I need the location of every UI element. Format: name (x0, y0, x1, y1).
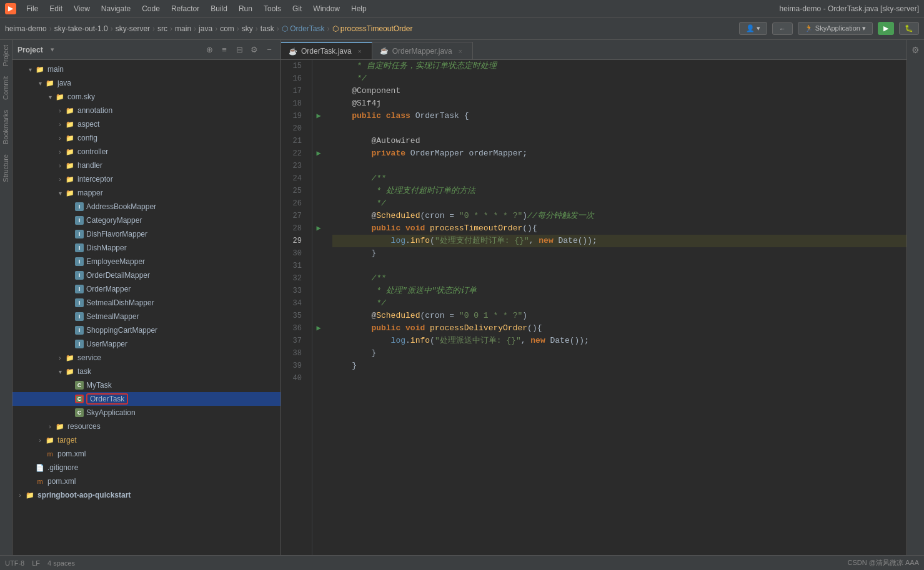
run-btn[interactable]: ▶ (878, 22, 894, 35)
menu-navigate[interactable]: Navigate (96, 2, 136, 15)
breadcrumb-item-7[interactable]: sky (242, 24, 253, 33)
breadcrumb-item-5[interactable]: java (199, 24, 212, 33)
tree-item-SetmealDishMapper[interactable]: I SetmealDishMapper (12, 296, 281, 310)
commit-tab[interactable]: Commit (0, 71, 12, 105)
tree-item-UserMapper[interactable]: I UserMapper (12, 337, 281, 351)
tree-item-controller[interactable]: › 📁 controller (12, 145, 281, 159)
tree-item-pom-root[interactable]: m pom.xml (12, 474, 281, 488)
tree-item-service[interactable]: › 📁 service (12, 351, 281, 365)
tree-item-interceptor[interactable]: › 📁 interceptor (12, 172, 281, 186)
tree-item-pom-sky[interactable]: m pom.xml (12, 447, 281, 461)
profile-btn[interactable]: 👤 ▾ (739, 22, 767, 35)
code-line-16[interactable]: */ (332, 72, 907, 85)
tab-OrderMapper[interactable]: ☕ OrderMapper.java × (372, 42, 473, 59)
breadcrumb-item-4[interactable]: main (175, 24, 191, 33)
code-line-28[interactable]: public void processTimeoutOrder(){ (332, 222, 907, 235)
bookmarks-tab[interactable]: Bookmarks (0, 105, 12, 149)
menu-bar[interactable]: File Edit View Navigate Code Refactor Bu… (21, 2, 372, 15)
tree-item-OrderMapper[interactable]: I OrderMapper (12, 282, 281, 296)
back-btn[interactable]: ← (772, 22, 793, 35)
tree-item-gitignore[interactable]: 📄 .gitignore (12, 461, 281, 474)
tree-item-task[interactable]: ▾ 📁 task (12, 365, 281, 378)
breadcrumb-item-2[interactable]: sky-server (116, 24, 150, 33)
debug-btn[interactable]: 🐛 (899, 22, 919, 35)
tree-item-AddressBookMapper[interactable]: I AddressBookMapper (12, 200, 281, 214)
menu-window[interactable]: Window (308, 2, 345, 15)
code-line-39[interactable]: } (332, 360, 907, 372)
tree-item-annotation[interactable]: › 📁 annotation (12, 104, 281, 117)
code-line-34[interactable]: */ (332, 297, 907, 310)
menu-code[interactable]: Code (137, 2, 165, 15)
code-line-37[interactable]: log.info("处理派送中订单: {}", new Date()); (332, 335, 907, 347)
code-content[interactable]: * 自定时任务，实现订单状态定时处理 */ @Component @Slf4j (325, 60, 907, 555)
tree-item-aspect[interactable]: › 📁 aspect (12, 117, 281, 131)
locate-file-btn[interactable]: ⊕ (203, 44, 216, 56)
menu-git[interactable]: Git (287, 2, 307, 15)
code-line-23[interactable] (332, 160, 907, 172)
breadcrumb-item-9[interactable]: ⬡ OrderTask (282, 24, 325, 33)
code-line-19[interactable]: public class OrderTask { (332, 110, 907, 122)
code-line-36[interactable]: public void processDeliveryOrder(){ (332, 322, 907, 335)
menu-file[interactable]: File (21, 2, 43, 15)
menu-build[interactable]: Build (206, 2, 232, 15)
code-line-25[interactable]: * 处理支付超时订单的方法 (332, 185, 907, 197)
breadcrumb-item-8[interactable]: task (261, 24, 274, 33)
tree-item-config[interactable]: › 📁 config (12, 131, 281, 145)
code-line-15[interactable]: * 自定时任务，实现订单状态定时处理 (332, 60, 907, 72)
code-line-38[interactable]: } (332, 347, 907, 360)
tree-item-java[interactable]: ▾ 📁 java (12, 76, 281, 90)
tree-item-CategoryMapper[interactable]: I CategoryMapper (12, 214, 281, 227)
code-line-35[interactable]: @Scheduled(cron = "0 0 1 * * ?") (332, 310, 907, 322)
tree-item-ShoppingCartMapper[interactable]: I ShoppingCartMapper (12, 323, 281, 337)
tree-item-springboot[interactable]: › 📁 springboot-aop-quickstart (12, 488, 281, 502)
gutter-28[interactable]: ▶ (312, 222, 325, 235)
code-line-26[interactable]: */ (332, 197, 907, 210)
menu-tools[interactable]: Tools (259, 2, 286, 15)
tree-item-OrderDetailMapper[interactable]: I OrderDetailMapper (12, 268, 281, 282)
tab-OrderTask[interactable]: ☕ OrderTask.java × (281, 42, 372, 59)
breadcrumb-item-3[interactable]: src (157, 24, 167, 33)
menu-view[interactable]: View (69, 2, 95, 15)
code-line-18[interactable]: @Slf4j (332, 97, 907, 110)
tree-item-com-sky[interactable]: ▾ 📁 com.sky (12, 90, 281, 104)
code-line-31[interactable] (332, 260, 907, 272)
sky-application-btn[interactable]: 🏃 SkyApplication ▾ (798, 22, 873, 35)
code-line-21[interactable]: @Autowired (332, 135, 907, 147)
menu-refactor[interactable]: Refactor (166, 2, 204, 15)
tree-item-DishFlavorMapper[interactable]: I DishFlavorMapper (12, 227, 281, 241)
breadcrumb-item-6[interactable]: com (220, 24, 234, 33)
tree-item-resources[interactable]: › 📁 resources (12, 420, 281, 433)
right-icon-1[interactable]: ⚙ (908, 42, 923, 57)
code-line-27[interactable]: @Scheduled(cron = "0 * * * * ?")//每分钟触发一… (332, 210, 907, 222)
tab-close-1[interactable]: × (456, 47, 465, 56)
tree-item-OrderTask[interactable]: C OrderTask (12, 392, 281, 406)
tree-item-EmployeeMapper[interactable]: I EmployeeMapper (12, 255, 281, 268)
tree-item-DishMapper[interactable]: I DishMapper (12, 241, 281, 255)
tree-item-target[interactable]: › 📁 target (12, 433, 281, 447)
menu-help[interactable]: Help (346, 2, 372, 15)
structure-tab[interactable]: Structure (0, 149, 12, 187)
collapse-all-btn[interactable]: ≡ (218, 44, 231, 56)
breadcrumb-item-10[interactable]: ⬡ processTimeoutOrder (332, 24, 413, 33)
tree-item-main[interactable]: ▾ 📁 main (12, 62, 281, 76)
menu-run[interactable]: Run (234, 2, 257, 15)
tree-item-SkyApplication[interactable]: C SkyApplication (12, 406, 281, 420)
gutter-19[interactable]: ▶ (312, 110, 325, 122)
settings-btn[interactable]: ⚙ (248, 44, 261, 56)
project-tab[interactable]: Project (0, 40, 12, 71)
gutter-22[interactable]: ▶ (312, 147, 325, 160)
minimize-btn[interactable]: − (263, 44, 276, 56)
expand-all-btn[interactable]: ⊟ (233, 44, 246, 56)
code-line-29[interactable]: log.info("处理支付超时订单: {}", new Date()); (332, 235, 907, 247)
breadcrumb-item-1[interactable]: sky-take-out-1.0 (54, 24, 108, 33)
tab-close-0[interactable]: × (355, 47, 364, 56)
tree-item-handler[interactable]: › 📁 handler (12, 159, 281, 172)
code-line-17[interactable]: @Component (332, 85, 907, 97)
tree-item-MyTask[interactable]: C MyTask (12, 378, 281, 392)
code-line-33[interactable]: * 处理"派送中"状态的订单 (332, 285, 907, 297)
tree-item-SetmealMapper[interactable]: I SetmealMapper (12, 310, 281, 323)
code-line-40[interactable] (332, 372, 907, 385)
code-line-24[interactable]: /** (332, 172, 907, 185)
breadcrumb-item-0[interactable]: heima-demo (5, 24, 47, 33)
code-line-20[interactable] (332, 122, 907, 135)
